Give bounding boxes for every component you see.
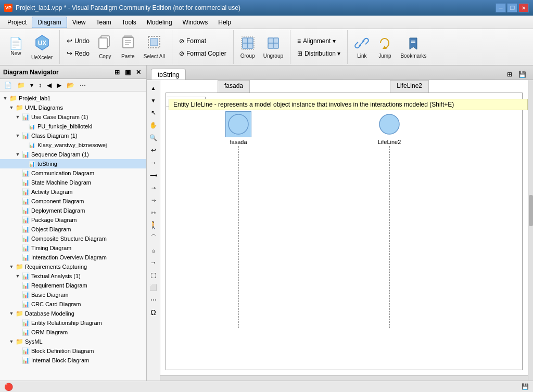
- tree-item-component[interactable]: 📊 Component Diagram: [0, 197, 146, 206]
- diag-tool-arrow4[interactable]: ⇒: [148, 194, 159, 206]
- tree-item-sysml[interactable]: ▼ 📁 SysML: [0, 337, 146, 346]
- tree-item-composite[interactable]: 📊 Composite Structure Diagram: [0, 234, 146, 243]
- diag-tool-back[interactable]: ↩: [148, 145, 159, 156]
- panel-tool-5[interactable]: ◀: [45, 81, 54, 90]
- tree-item-blockdef[interactable]: 📊 Block Definition Diagram: [0, 346, 146, 356]
- diag-tool-arrow2[interactable]: ⟶: [148, 169, 159, 181]
- tab-grid-button[interactable]: ⊞: [504, 69, 515, 80]
- diag-nav-up[interactable]: ▲: [148, 82, 159, 94]
- menu-tools[interactable]: Tools: [117, 17, 142, 28]
- diag-tool-person[interactable]: 🚶: [148, 219, 159, 231]
- tree-item-usecase[interactable]: ▼ 📊 Use Case Diagram (1): [0, 112, 146, 122]
- tree-item-tostring[interactable]: 📊 toString: [0, 159, 146, 168]
- tree-item-reqdiag[interactable]: 📊 Requirement Diagram: [0, 281, 146, 290]
- redo-button[interactable]: ↪ Redo: [63, 48, 93, 59]
- toggle-classdiag[interactable]: ▼: [15, 133, 21, 139]
- diag-nav-down[interactable]: ▼: [148, 95, 159, 106]
- diag-tool-cursor[interactable]: ↖: [148, 107, 159, 119]
- toggle-projekt[interactable]: ▼: [2, 95, 8, 101]
- minimize-button[interactable]: ─: [496, 3, 506, 12]
- menu-modeling[interactable]: Modeling: [142, 17, 177, 28]
- tree-item-projekt[interactable]: ▼ 📁 Projekt_lab1: [0, 94, 146, 103]
- panel-float-button[interactable]: ⊞: [112, 68, 122, 77]
- select-all-button[interactable]: Select All: [140, 34, 169, 61]
- tree-item-basic[interactable]: 📊 Basic Diagram: [0, 290, 146, 299]
- diagram-tab-tostring[interactable]: toString: [151, 69, 186, 80]
- diag-tool-dots[interactable]: ⋯: [148, 294, 159, 306]
- undo-button[interactable]: ↩ Undo: [63, 35, 93, 47]
- tree-item-activity[interactable]: 📊 Activity Diagram: [0, 187, 146, 197]
- diag-tool-box[interactable]: ⬚: [148, 269, 159, 281]
- tree-item-klasy[interactable]: 📊 Klasy_warstwy_biznesowej: [0, 140, 146, 150]
- menu-windows[interactable]: Windows: [177, 17, 213, 28]
- diag-tool-magnify[interactable]: 🔍: [148, 132, 159, 143]
- lifeline-fasada[interactable]: fasada: [225, 111, 251, 328]
- diag-tool-omega[interactable]: Ω: [148, 307, 159, 318]
- tab-save-button[interactable]: 💾: [516, 69, 529, 80]
- diag-tool-ref[interactable]: ⎐: [148, 244, 159, 256]
- format-copier-button[interactable]: ⊘ Format Copier: [175, 48, 230, 59]
- diag-tool-arrow5[interactable]: ↦: [148, 207, 159, 218]
- panel-close-button[interactable]: ✕: [134, 68, 143, 77]
- tree-item-interaction[interactable]: 📊 Interaction Overview Diagram: [0, 253, 146, 262]
- format-button[interactable]: ⊘ Format: [175, 35, 230, 47]
- diag-tool-arc[interactable]: ⌒: [148, 232, 159, 243]
- panel-tool-7[interactable]: 📂: [65, 81, 77, 90]
- panel-tool-8[interactable]: ⋯: [78, 81, 88, 90]
- tree-item-uml[interactable]: ▼ 📁 UML Diagrams: [0, 103, 146, 112]
- toggle-textual[interactable]: ▼: [15, 273, 21, 279]
- new-button[interactable]: 📄 New: [5, 34, 27, 61]
- diagram-scrollbar[interactable]: [528, 80, 533, 381]
- panel-dock-button[interactable]: ▣: [123, 68, 133, 77]
- diag-tool-rect[interactable]: ⬜: [148, 282, 159, 293]
- tree-item-deployment[interactable]: 📊 Deployment Diagram: [0, 206, 146, 215]
- tree-area[interactable]: ▼ 📁 Projekt_lab1 ▼ 📁 UML Diagrams ▼ 📊 Us…: [0, 92, 146, 381]
- tree-item-package[interactable]: 📊 Package Diagram: [0, 215, 146, 225]
- tree-item-timing[interactable]: 📊 Timing Diagram: [0, 243, 146, 253]
- panel-tool-3[interactable]: ▾: [28, 81, 35, 90]
- uexceler-button[interactable]: UX UeXceler: [28, 34, 56, 61]
- tree-item-textual[interactable]: ▼ 📊 Textual Analysis (1): [0, 271, 146, 281]
- diagram-hscrollbar[interactable]: [160, 375, 528, 381]
- tree-item-crc[interactable]: 📊 CRC Card Diagram: [0, 299, 146, 309]
- menu-project[interactable]: Project: [2, 17, 32, 28]
- menu-diagram[interactable]: Diagram: [32, 17, 67, 28]
- diag-tool-arrow1[interactable]: →: [148, 157, 159, 168]
- tree-item-erd[interactable]: 📊 Entity Relationship Diagram: [0, 318, 146, 328]
- menu-team[interactable]: Team: [91, 17, 117, 28]
- group-button[interactable]: Group: [237, 34, 259, 61]
- toggle-sysml[interactable]: ▼: [8, 338, 15, 345]
- link-button[interactable]: Link: [351, 34, 373, 61]
- toggle-database[interactable]: ▼: [8, 310, 15, 317]
- menu-view[interactable]: View: [67, 17, 91, 28]
- toggle-usecase[interactable]: ▼: [15, 114, 21, 120]
- tree-item-comm[interactable]: 📊 Communication Diagram: [0, 168, 146, 178]
- panel-tool-6[interactable]: ▶: [55, 81, 64, 90]
- toggle-seqdiag[interactable]: ▼: [15, 151, 21, 158]
- tree-item-pu[interactable]: 📊 PU_funkcje_biblioteki: [0, 122, 146, 131]
- tree-item-orm[interactable]: 📊 ORM Diagram: [0, 328, 146, 337]
- restore-button[interactable]: ❐: [507, 3, 517, 12]
- diag-tool-rightarrow[interactable]: →: [148, 257, 159, 268]
- paste-button[interactable]: Paste: [117, 34, 139, 61]
- panel-tool-4[interactable]: ↕: [36, 81, 44, 90]
- copy-button[interactable]: Copy: [94, 34, 116, 61]
- menu-help[interactable]: Help: [213, 17, 236, 28]
- close-button[interactable]: ✕: [518, 3, 529, 12]
- tree-item-internalblock[interactable]: 📊 Internal Block Diagram: [0, 356, 146, 365]
- ungroup-button[interactable]: Ungroup: [260, 34, 287, 61]
- bookmarks-button[interactable]: Bookmarks: [397, 34, 430, 61]
- panel-tool-2[interactable]: 📁: [15, 81, 27, 90]
- panel-tool-1[interactable]: 📄: [2, 81, 14, 90]
- distribution-button[interactable]: ⊞ Distribution ▾: [294, 48, 344, 59]
- jump-button[interactable]: Jump: [374, 34, 396, 61]
- tree-item-requirements[interactable]: ▼ 📁 Requirements Capturing: [0, 262, 146, 271]
- scrollbar-thumb[interactable]: [529, 195, 533, 226]
- toggle-uml[interactable]: ▼: [8, 104, 15, 111]
- toggle-requirements[interactable]: ▼: [8, 264, 15, 270]
- alignment-button[interactable]: ≡ Alignment ▾: [294, 35, 344, 47]
- tree-item-seqdiag[interactable]: ▼ 📊 Sequence Diagram (1): [0, 150, 146, 159]
- tree-item-database[interactable]: ▼ 📁 Database Modeling: [0, 309, 146, 318]
- diag-tool-hand[interactable]: ✋: [148, 120, 159, 131]
- lifeline-lifeline2[interactable]: LifeLine2: [376, 111, 402, 328]
